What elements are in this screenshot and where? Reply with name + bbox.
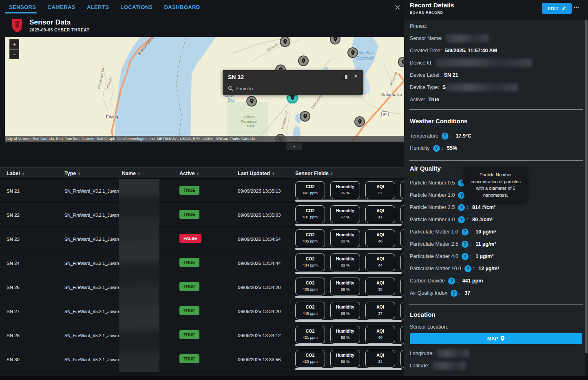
chips-scrollbar[interactable] <box>295 248 402 250</box>
table-row[interactable]: SN 27SN_FireWard_V5.2.1_JuvareTRUE09/09/… <box>0 299 404 323</box>
help-icon[interactable]: ? <box>458 204 465 211</box>
sensor-chip[interactable]: Humidity55 % <box>330 181 360 199</box>
nav-item-alerts[interactable]: ALERTS <box>87 4 109 10</box>
dock-icon[interactable] <box>342 75 347 79</box>
sensor-chip[interactable]: Humidity57 % <box>330 205 360 223</box>
sensor-chip[interactable]: AQI34 <box>365 350 395 368</box>
map-button[interactable]: MAP <box>410 333 582 344</box>
map-pin[interactable] <box>298 56 309 66</box>
collapse-map-button[interactable]: ▲ <box>286 143 302 150</box>
sensor-fields-cell[interactable]: CO2438 ppmHumidity58 %AQI38 <box>295 275 404 299</box>
table-row[interactable]: SN 22SN_FireWard_V5.2.1_JuvareTRUE09/09/… <box>0 203 404 227</box>
chips-scrollbar[interactable] <box>295 296 402 298</box>
more-menu-icon[interactable]: ••• <box>574 5 579 9</box>
sensor-chip[interactable]: CO2446 ppm <box>295 302 325 320</box>
nav-item-locations[interactable]: LOCATIONS <box>120 4 153 10</box>
sensor-fields-cell[interactable]: CO2435 ppmHumidity52 %AQI40 <box>295 227 404 251</box>
map-pin[interactable] <box>280 37 290 47</box>
sensor-chip[interactable]: AQI37 <box>365 302 395 320</box>
panel-scrollbar[interactable] <box>585 20 588 353</box>
sensor-chip[interactable]: AQI40 <box>365 326 395 344</box>
sensor-chip-partial[interactable] <box>400 326 404 344</box>
sensor-chip[interactable]: CO2431 ppm <box>295 326 325 344</box>
col-header-label[interactable]: Label▲▼ <box>7 168 24 179</box>
metric-row: Particle Number 2.5?:814 #/cm³ <box>410 203 495 212</box>
chips-scrollbar[interactable] <box>295 368 402 370</box>
table-row[interactable]: SN 30SN_FireWard_V5.2.1_JuvareTRUE09/09/… <box>0 347 404 371</box>
sensor-chip-partial[interactable] <box>400 229 404 247</box>
table-row[interactable]: SN 28SN_FireWard_V5.2.1_JuvareTRUE09/09/… <box>0 323 404 347</box>
col-header-active[interactable]: Active▲▼ <box>179 168 199 179</box>
map[interactable]: N Westside Rd Eastside Rd Winchester Rd … <box>5 37 404 142</box>
help-icon[interactable]: ? <box>451 290 458 297</box>
nav-item-cameras[interactable]: CAMERAS <box>47 4 75 10</box>
chips-scrollbar[interactable] <box>295 344 402 346</box>
sensor-chip[interactable]: Humidity56 % <box>330 326 360 344</box>
col-header-updated[interactable]: Last Updated▲▼ <box>238 168 274 179</box>
help-icon[interactable]: ? <box>433 145 440 152</box>
chips-scrollbar[interactable] <box>295 320 402 322</box>
sensor-chip[interactable]: AQI38 <box>365 278 395 296</box>
popup-close-icon[interactable]: ✕ <box>354 73 358 79</box>
sensor-chip[interactable]: Humidity59 % <box>330 350 360 368</box>
chips-scrollbar[interactable] <box>295 224 402 226</box>
help-icon[interactable]: ? <box>442 133 449 140</box>
zoom-to-button[interactable]: Zoom to <box>228 86 253 91</box>
help-icon[interactable]: ? <box>458 192 465 199</box>
sensor-fields-cell[interactable]: CO2434 ppmHumidity52 %AQI44 <box>295 251 404 275</box>
sensor-fields-cell[interactable]: CO2433 ppmHumidity59 %AQI34 <box>295 347 404 371</box>
sensor-chip[interactable]: CO2431 ppm <box>295 205 325 223</box>
map-pin[interactable] <box>246 96 257 107</box>
map-pin[interactable] <box>347 47 358 58</box>
sensor-fields-cell[interactable]: CO2431 ppmHumidity56 %AQI40 <box>295 323 404 347</box>
sensor-chip[interactable]: CO2435 ppm <box>295 229 325 247</box>
chips-scrollbar[interactable] <box>295 200 402 202</box>
zoom-out-button[interactable]: − <box>9 49 19 59</box>
sensor-chip[interactable]: AQI44 <box>365 253 395 271</box>
map-zoom-controls: + − <box>9 39 19 59</box>
nav-item-dashboard[interactable]: DASHBOARD <box>164 4 200 10</box>
table-row[interactable]: SN 23SN_FireWard_V5.2.1_JuvareFALSE09/09… <box>0 227 404 251</box>
sensor-chip-partial[interactable] <box>400 278 404 296</box>
help-icon[interactable]: ? <box>462 229 469 236</box>
sensor-chip[interactable]: Humidity66 % <box>330 302 360 320</box>
sensor-chip[interactable]: CO2434 ppm <box>295 253 325 271</box>
edit-button[interactable]: EDIT <box>542 3 572 14</box>
sensor-chip[interactable]: Humidity52 % <box>330 229 360 247</box>
chips-scrollbar[interactable] <box>295 272 402 274</box>
sensor-chip-partial[interactable] <box>400 302 404 320</box>
chip-value: 44 <box>366 263 395 267</box>
help-icon[interactable]: ? <box>462 253 469 260</box>
sensor-chip[interactable]: AQI41 <box>365 205 395 223</box>
sensor-chip[interactable]: CO2433 ppm <box>295 350 325 368</box>
map-pin[interactable] <box>354 116 365 127</box>
nav-item-sensors[interactable]: SENSORS <box>9 4 36 10</box>
help-icon[interactable]: ? <box>458 216 465 223</box>
zoom-in-button[interactable]: + <box>9 39 19 49</box>
sensor-chip-partial[interactable] <box>400 205 404 223</box>
sensor-chip[interactable]: CO2438 ppm <box>295 278 325 296</box>
map-pin[interactable] <box>300 111 310 122</box>
chip-title: CO2 <box>296 329 325 333</box>
table-row[interactable]: SN 24SN_FireWard_V5.2.1_JuvareTRUE09/09/… <box>0 251 404 275</box>
sensor-chip[interactable]: Humidity52 % <box>330 253 360 271</box>
col-header-type[interactable]: Type▲▼ <box>64 168 80 179</box>
col-header-fields[interactable]: Sensor Fields▲▼ <box>295 168 333 179</box>
sensor-chip[interactable]: AQI40 <box>365 229 395 247</box>
sensor-chip[interactable]: Humidity58 % <box>330 278 360 296</box>
sensor-chip[interactable]: AQI37 <box>365 181 395 199</box>
close-icon[interactable]: ✕ <box>394 4 401 11</box>
sensor-chip-partial[interactable] <box>400 181 404 199</box>
help-icon[interactable]: ? <box>448 278 455 284</box>
table-row[interactable]: SN 26SN_FireWard_V5.2.1_JuvareTRUE09/09/… <box>0 275 404 299</box>
sensor-chip-partial[interactable] <box>400 253 404 271</box>
col-header-name[interactable]: Name▲▼ <box>122 168 140 179</box>
help-icon[interactable]: ? <box>464 265 471 272</box>
sensor-fields-cell[interactable]: CO2441 ppmHumidity55 %AQI37 <box>295 179 404 203</box>
sensor-chip-partial[interactable] <box>400 350 404 368</box>
help-icon[interactable]: ? <box>462 241 469 248</box>
sensor-chip[interactable]: CO2441 ppm <box>295 181 325 199</box>
sensor-fields-cell[interactable]: CO2446 ppmHumidity66 %AQI37 <box>295 299 404 323</box>
table-row[interactable]: SN 21SN_FireWard_V5.2.1_JuvareTRUE09/09/… <box>0 179 404 203</box>
sensor-fields-cell[interactable]: CO2431 ppmHumidity57 %AQI41 <box>295 203 404 227</box>
